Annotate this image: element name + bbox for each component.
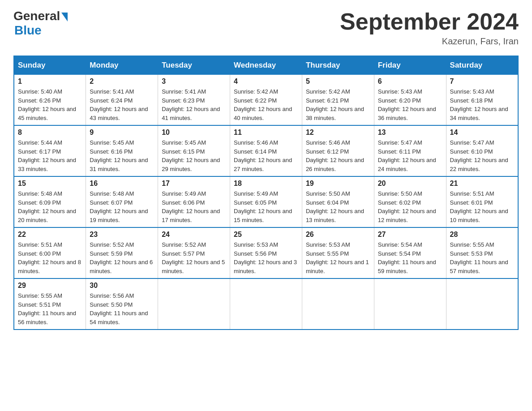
day-number: 11 [234,128,298,137]
day-number: 29 [18,282,82,290]
day-number: 22 [18,231,82,239]
day-info: Sunrise: 5:42 AMSunset: 6:22 PMDaylight:… [234,87,298,122]
calendar-cell: 12Sunrise: 5:46 AMSunset: 6:12 PMDayligh… [302,125,374,176]
day-number: 27 [378,231,442,239]
calendar-cell: 10Sunrise: 5:45 AMSunset: 6:15 PMDayligh… [158,125,230,176]
calendar-cell: 7Sunrise: 5:43 AMSunset: 6:18 PMDaylight… [446,75,518,126]
logo-general-text: General [13,9,60,23]
calendar-cell [230,278,302,330]
day-info: Sunrise: 5:55 AMSunset: 5:53 PMDaylight:… [450,240,514,275]
day-info: Sunrise: 5:49 AMSunset: 6:06 PMDaylight:… [162,189,226,224]
page-header: General Blue September 2024 Kazerun, Far… [13,9,519,47]
calendar-cell: 28Sunrise: 5:55 AMSunset: 5:53 PMDayligh… [446,227,518,278]
day-number: 7 [450,77,514,86]
day-number: 8 [18,128,82,137]
col-saturday: Saturday [446,56,518,75]
day-info: Sunrise: 5:56 AMSunset: 5:50 PMDaylight:… [90,291,154,326]
day-info: Sunrise: 5:48 AMSunset: 6:09 PMDaylight:… [18,189,82,224]
day-number: 24 [162,231,226,239]
calendar-cell: 15Sunrise: 5:48 AMSunset: 6:09 PMDayligh… [14,176,86,227]
day-info: Sunrise: 5:41 AMSunset: 6:24 PMDaylight:… [90,87,154,122]
day-number: 16 [90,180,154,188]
day-number: 12 [306,128,370,137]
day-number: 30 [90,282,154,290]
col-sunday: Sunday [14,56,86,75]
day-number: 23 [90,231,154,239]
calendar-cell: 30Sunrise: 5:56 AMSunset: 5:50 PMDayligh… [86,278,158,330]
day-info: Sunrise: 5:52 AMSunset: 5:57 PMDaylight:… [162,240,226,275]
calendar-cell: 8Sunrise: 5:44 AMSunset: 6:17 PMDaylight… [14,125,86,176]
day-info: Sunrise: 5:47 AMSunset: 6:11 PMDaylight:… [378,138,442,173]
day-info: Sunrise: 5:47 AMSunset: 6:10 PMDaylight:… [450,138,514,173]
month-title: September 2024 [340,9,519,34]
day-info: Sunrise: 5:53 AMSunset: 5:55 PMDaylight:… [306,240,370,275]
day-info: Sunrise: 5:49 AMSunset: 6:05 PMDaylight:… [234,189,298,224]
calendar-cell [374,278,446,330]
day-info: Sunrise: 5:41 AMSunset: 6:23 PMDaylight:… [162,87,226,122]
calendar-cell: 14Sunrise: 5:47 AMSunset: 6:10 PMDayligh… [446,125,518,176]
calendar-week-2: 8Sunrise: 5:44 AMSunset: 6:17 PMDaylight… [14,125,518,176]
location-text: Kazerun, Fars, Iran [340,36,519,47]
calendar-cell: 5Sunrise: 5:42 AMSunset: 6:21 PMDaylight… [302,75,374,126]
day-number: 25 [234,231,298,239]
calendar-cell: 16Sunrise: 5:48 AMSunset: 6:07 PMDayligh… [86,176,158,227]
calendar-cell [302,278,374,330]
day-number: 5 [306,77,370,86]
day-info: Sunrise: 5:51 AMSunset: 6:01 PMDaylight:… [450,189,514,224]
day-info: Sunrise: 5:53 AMSunset: 5:56 PMDaylight:… [234,240,298,275]
day-number: 2 [90,77,154,86]
calendar-week-5: 29Sunrise: 5:55 AMSunset: 5:51 PMDayligh… [14,278,518,330]
day-info: Sunrise: 5:55 AMSunset: 5:51 PMDaylight:… [18,291,82,326]
day-info: Sunrise: 5:44 AMSunset: 6:17 PMDaylight:… [18,138,82,173]
col-monday: Monday [86,56,158,75]
day-number: 14 [450,128,514,137]
calendar-cell: 24Sunrise: 5:52 AMSunset: 5:57 PMDayligh… [158,227,230,278]
calendar-header-row: Sunday Monday Tuesday Wednesday Thursday… [14,56,518,75]
calendar-cell: 9Sunrise: 5:45 AMSunset: 6:16 PMDaylight… [86,125,158,176]
day-info: Sunrise: 5:45 AMSunset: 6:15 PMDaylight:… [162,138,226,173]
day-number: 15 [18,180,82,188]
day-info: Sunrise: 5:46 AMSunset: 6:12 PMDaylight:… [306,138,370,173]
col-wednesday: Wednesday [230,56,302,75]
day-info: Sunrise: 5:46 AMSunset: 6:14 PMDaylight:… [234,138,298,173]
calendar-cell: 13Sunrise: 5:47 AMSunset: 6:11 PMDayligh… [374,125,446,176]
day-number: 9 [90,128,154,137]
day-info: Sunrise: 5:50 AMSunset: 6:02 PMDaylight:… [378,189,442,224]
day-number: 19 [306,180,370,188]
day-number: 1 [18,77,82,86]
day-number: 4 [234,77,298,86]
calendar-table: Sunday Monday Tuesday Wednesday Thursday… [13,56,519,330]
day-number: 26 [306,231,370,239]
calendar-week-3: 15Sunrise: 5:48 AMSunset: 6:09 PMDayligh… [14,176,518,227]
day-number: 3 [162,77,226,86]
day-info: Sunrise: 5:52 AMSunset: 5:59 PMDaylight:… [90,240,154,275]
calendar-cell: 1Sunrise: 5:40 AMSunset: 6:26 PMDaylight… [14,75,86,126]
calendar-cell: 29Sunrise: 5:55 AMSunset: 5:51 PMDayligh… [14,278,86,330]
calendar-cell: 2Sunrise: 5:41 AMSunset: 6:24 PMDaylight… [86,75,158,126]
day-number: 18 [234,180,298,188]
day-info: Sunrise: 5:50 AMSunset: 6:04 PMDaylight:… [306,189,370,224]
day-number: 6 [378,77,442,86]
col-thursday: Thursday [302,56,374,75]
day-info: Sunrise: 5:42 AMSunset: 6:21 PMDaylight:… [306,87,370,122]
calendar-cell: 21Sunrise: 5:51 AMSunset: 6:01 PMDayligh… [446,176,518,227]
calendar-cell: 11Sunrise: 5:46 AMSunset: 6:14 PMDayligh… [230,125,302,176]
title-area: September 2024 Kazerun, Fars, Iran [340,9,519,47]
day-info: Sunrise: 5:40 AMSunset: 6:26 PMDaylight:… [18,87,82,122]
calendar-cell [158,278,230,330]
day-number: 13 [378,128,442,137]
day-info: Sunrise: 5:45 AMSunset: 6:16 PMDaylight:… [90,138,154,173]
calendar-cell: 3Sunrise: 5:41 AMSunset: 6:23 PMDaylight… [158,75,230,126]
calendar-cell: 20Sunrise: 5:50 AMSunset: 6:02 PMDayligh… [374,176,446,227]
day-info: Sunrise: 5:51 AMSunset: 6:00 PMDaylight:… [18,240,82,275]
col-tuesday: Tuesday [158,56,230,75]
day-number: 28 [450,231,514,239]
calendar-week-4: 22Sunrise: 5:51 AMSunset: 6:00 PMDayligh… [14,227,518,278]
day-number: 10 [162,128,226,137]
logo: General Blue [13,9,68,38]
calendar-cell: 23Sunrise: 5:52 AMSunset: 5:59 PMDayligh… [86,227,158,278]
day-number: 17 [162,180,226,188]
day-number: 20 [378,180,442,188]
day-info: Sunrise: 5:43 AMSunset: 6:18 PMDaylight:… [450,87,514,122]
day-info: Sunrise: 5:48 AMSunset: 6:07 PMDaylight:… [90,189,154,224]
